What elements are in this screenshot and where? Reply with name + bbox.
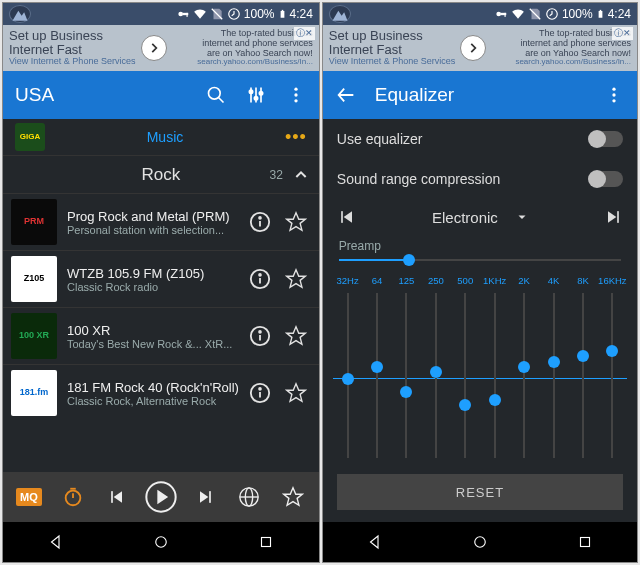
preset-dropdown[interactable]: Electronic — [375, 209, 585, 226]
info-icon[interactable] — [249, 211, 275, 233]
svg-point-50 — [612, 99, 615, 102]
clock-text: 4:24 — [608, 7, 631, 21]
compression-row[interactable]: Sound range compression — [323, 159, 637, 199]
nav-home-icon[interactable] — [471, 533, 489, 551]
band-thumb[interactable] — [489, 394, 501, 406]
nav-recent-icon[interactable] — [257, 533, 275, 551]
station-row[interactable]: Z105 WTZB 105.9 FM (Z105) Classic Rock r… — [3, 250, 319, 307]
use-equalizer-label: Use equalizer — [337, 131, 423, 147]
band-thumb[interactable] — [577, 350, 589, 362]
search-icon[interactable] — [205, 84, 227, 106]
info-icon[interactable] — [249, 268, 275, 290]
band-slider[interactable] — [347, 293, 349, 458]
eq-band[interactable]: 2K — [509, 275, 538, 458]
tab-thumb-icon[interactable]: GIGA — [15, 123, 45, 151]
station-row[interactable]: 100 XR 100 XR Today's Best New Rock &...… — [3, 307, 319, 364]
star-icon[interactable] — [285, 211, 311, 233]
ad-close-icon[interactable]: ⓘ✕ — [612, 27, 633, 40]
page-title: USA — [15, 84, 187, 106]
eq-band[interactable]: 250 — [421, 275, 450, 458]
eq-band[interactable]: 32Hz — [333, 275, 362, 458]
compression-switch[interactable] — [589, 171, 623, 187]
battery-icon — [278, 7, 287, 21]
info-icon[interactable] — [249, 325, 275, 347]
use-equalizer-row[interactable]: Use equalizer — [323, 119, 637, 159]
globe-icon[interactable] — [233, 486, 265, 508]
ad-arrow-icon[interactable] — [141, 35, 167, 61]
band-slider[interactable] — [553, 293, 555, 458]
svg-point-30 — [66, 491, 81, 506]
eq-band[interactable]: 4K — [539, 275, 568, 458]
nav-back-icon[interactable] — [47, 533, 65, 551]
svg-point-13 — [254, 97, 257, 100]
filter-icon[interactable] — [245, 84, 267, 106]
nav-home-icon[interactable] — [152, 533, 170, 551]
band-slider[interactable] — [464, 293, 466, 458]
band-thumb[interactable] — [459, 399, 471, 411]
station-row[interactable]: PRM Prog Rock and Metal (PRM) Personal s… — [3, 193, 319, 250]
no-sim-icon — [528, 7, 542, 21]
eq-band[interactable]: 64 — [362, 275, 391, 458]
band-thumb[interactable] — [342, 373, 354, 385]
nav-back-icon[interactable] — [366, 533, 384, 551]
eq-band[interactable]: 500 — [451, 275, 480, 458]
overflow-menu-icon[interactable] — [285, 84, 307, 106]
eq-band[interactable]: 8K — [568, 275, 597, 458]
band-slider[interactable] — [582, 293, 584, 458]
band-label: 250 — [428, 275, 444, 287]
use-equalizer-switch[interactable] — [589, 131, 623, 147]
info-icon[interactable] — [249, 382, 275, 404]
star-icon[interactable] — [285, 325, 311, 347]
band-slider[interactable] — [523, 293, 525, 458]
prev-button[interactable] — [101, 487, 133, 507]
band-slider[interactable] — [405, 293, 407, 458]
tab-row: GIGA Music ••• — [3, 119, 319, 155]
band-thumb[interactable] — [371, 361, 383, 373]
page-title: Equalizer — [375, 84, 585, 106]
eq-band[interactable]: 125 — [392, 275, 421, 458]
overflow-menu-icon[interactable] — [603, 84, 625, 106]
preset-next-icon[interactable] — [603, 207, 623, 227]
ad-close-icon[interactable]: ⓘ✕ — [294, 27, 315, 40]
band-label: 2K — [518, 275, 530, 287]
next-button[interactable] — [189, 487, 221, 507]
svg-point-15 — [294, 88, 297, 91]
svg-rect-47 — [599, 10, 601, 11]
band-slider[interactable] — [611, 293, 613, 458]
tab-more-icon[interactable]: ••• — [285, 127, 307, 148]
band-thumb[interactable] — [548, 356, 560, 368]
station-row[interactable]: 181.fm 181 FM Rock 40 (Rock'n'Roll) Clas… — [3, 364, 319, 421]
chevron-up-icon — [293, 167, 309, 183]
band-slider[interactable] — [435, 293, 437, 458]
band-thumb[interactable] — [606, 345, 618, 357]
eq-band[interactable]: 1KHz — [480, 275, 509, 458]
favorite-icon[interactable] — [277, 486, 309, 508]
station-art-icon: Z105 — [11, 256, 57, 302]
preset-prev-icon[interactable] — [337, 207, 357, 227]
band-label: 4K — [548, 275, 560, 287]
android-navbar — [323, 522, 637, 562]
star-icon[interactable] — [285, 268, 311, 290]
ad-banner[interactable]: Set up BusinessInternet Fast View Intern… — [3, 25, 319, 71]
reset-button[interactable]: RESET — [337, 474, 623, 510]
band-slider[interactable] — [376, 293, 378, 458]
band-slider[interactable] — [494, 293, 496, 458]
statusbar-app-badge-icon — [329, 5, 351, 23]
sleep-timer-icon[interactable] — [57, 486, 89, 508]
battery-text: 100% — [562, 7, 593, 21]
station-art-icon: PRM — [11, 199, 57, 245]
preamp-slider[interactable]: Preamp — [323, 235, 637, 271]
nav-recent-icon[interactable] — [576, 533, 594, 551]
back-icon[interactable] — [335, 84, 357, 106]
band-thumb[interactable] — [518, 361, 530, 373]
star-icon[interactable] — [285, 382, 311, 404]
band-thumb[interactable] — [400, 386, 412, 398]
tab-music[interactable]: Music — [45, 129, 285, 145]
category-header[interactable]: Rock 32 — [3, 155, 319, 193]
ad-arrow-icon[interactable] — [460, 35, 486, 61]
band-thumb[interactable] — [430, 366, 442, 378]
eq-band[interactable]: 16KHz — [598, 275, 627, 458]
ad-banner[interactable]: Set up BusinessInternet Fast View Intern… — [323, 25, 637, 71]
quality-button[interactable]: MQ — [13, 488, 45, 506]
play-button[interactable] — [145, 479, 177, 515]
